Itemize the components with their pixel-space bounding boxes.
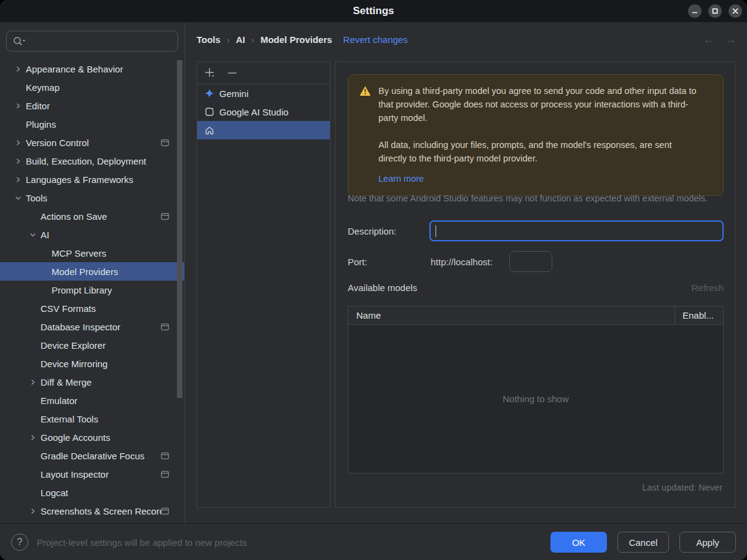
sidebar-item-label: Diff & Merge [41, 377, 92, 387]
provider-item-label: Gemini [219, 88, 249, 99]
chevron-right-icon[interactable] [10, 158, 26, 164]
sidebar-item-tools[interactable]: Tools [0, 189, 185, 207]
sidebar-item-appearance-behavior[interactable]: Appearance & Behavior [0, 60, 185, 78]
sidebar-item-label: Editor [26, 101, 50, 111]
sidebar-item-keymap[interactable]: Keymap [0, 78, 185, 96]
sidebar-item-label: Screenshots & Screen Recordi [41, 506, 161, 516]
sidebar-item-prompt-library[interactable]: Prompt Library [0, 281, 185, 299]
description-row: Description: [348, 220, 724, 241]
chevron-right-icon[interactable] [10, 66, 26, 72]
sidebar-item-label: External Tools [41, 414, 98, 424]
sidebar-item-database-inspector[interactable]: Database Inspector [0, 317, 185, 336]
chevron-right-icon[interactable] [25, 435, 41, 440]
sidebar-item-languages-frameworks[interactable]: Languages & Frameworks [0, 170, 185, 189]
settings-window: Settings Appearance & BehaviorKeymapEdit… [0, 0, 747, 560]
external-models-note: Note that some Android Studio features m… [348, 193, 708, 203]
sidebar-item-gradle-declarative-focus[interactable]: Gradle Declarative Focus [0, 446, 185, 465]
sidebar-item-label: Device Explorer [41, 340, 106, 351]
close-button[interactable] [729, 4, 742, 18]
column-header-enabled[interactable]: Enabl... [675, 306, 723, 325]
sidebar-item-logcat[interactable]: Logcat [0, 483, 185, 502]
back-arrow-icon[interactable]: ← [703, 33, 714, 46]
breadcrumb-separator: › [227, 34, 230, 45]
port-row: Port: http://localhost: [348, 251, 724, 272]
available-models-row: Available models Refresh [348, 278, 724, 297]
apply-button[interactable]: Apply [679, 532, 736, 553]
sidebar-item-ai[interactable]: AI [0, 225, 185, 244]
minimize-button[interactable] [688, 4, 702, 18]
add-provider-button[interactable] [203, 66, 217, 80]
help-button[interactable]: ? [11, 534, 28, 551]
history-nav: ← → [703, 22, 736, 56]
provider-item-gemini[interactable]: Gemini [197, 84, 330, 103]
sidebar-item-model-providers[interactable]: Model Providers [0, 262, 185, 281]
dialog-buttons: OK Cancel Apply [550, 532, 736, 553]
sidebar-item-label: Actions on Save [41, 211, 107, 222]
per-project-icon [161, 453, 169, 459]
port-label: Port: [348, 257, 431, 267]
search-input[interactable] [26, 36, 178, 47]
sidebar-item-label: MCP Servers [52, 248, 106, 259]
provider-list: GeminiGoogle AI Studio [197, 84, 330, 139]
sidebar-item-screenshots-screen-recordi[interactable]: Screenshots & Screen Recordi [0, 502, 185, 520]
maximize-button[interactable] [708, 4, 722, 18]
chevron-down-icon[interactable] [25, 232, 41, 238]
chevron-right-icon[interactable] [10, 103, 26, 109]
chevron-down-icon[interactable] [10, 195, 26, 201]
sidebar-item-plugins[interactable]: Plugins [0, 115, 185, 133]
sidebar-item-label: Emulator [41, 395, 77, 406]
search-field[interactable] [6, 31, 178, 52]
chevron-right-icon[interactable] [25, 508, 41, 514]
breadcrumb-model-providers[interactable]: Model Providers [260, 34, 332, 45]
chevron-right-icon[interactable] [25, 379, 41, 385]
sidebar-item-actions-on-save[interactable]: Actions on Save [0, 207, 185, 225]
provider-item-label: Google AI Studio [219, 107, 289, 117]
question-mark-icon: ? [17, 537, 23, 548]
cancel-button[interactable]: Cancel [617, 532, 669, 553]
revert-changes-link[interactable]: Revert changes [343, 34, 408, 45]
sidebar-item-layout-inspector[interactable]: Layout Inspector [0, 465, 185, 483]
sidebar-item-label: Keymap [26, 82, 60, 93]
port-prefix: http://localhost: [431, 257, 509, 267]
models-table-body: Nothing to show [348, 325, 723, 473]
settings-sidebar: Appearance & BehaviorKeymapEditorPlugins… [0, 22, 185, 523]
sidebar-item-build-execution-deployment[interactable]: Build, Execution, Deployment [0, 152, 185, 170]
description-field[interactable] [429, 220, 724, 241]
sidebar-scrollbar[interactable] [177, 60, 182, 398]
breadcrumb-tools[interactable]: Tools [197, 34, 221, 45]
sidebar-item-label: Appearance & Behavior [26, 64, 123, 74]
remove-icon [227, 68, 237, 78]
sidebar-item-label: CSV Formats [41, 303, 96, 314]
sidebar-item-csv-formats[interactable]: CSV Formats [0, 299, 185, 317]
sidebar-item-label: Languages & Frameworks [26, 174, 133, 185]
sidebar-item-device-mirroring[interactable]: Device Mirroring [0, 354, 185, 373]
refresh-link[interactable]: Refresh [691, 282, 724, 293]
home-icon [205, 126, 214, 135]
breadcrumb-ai[interactable]: AI [236, 34, 245, 45]
remove-provider-button[interactable] [225, 66, 239, 80]
chevron-right-icon[interactable] [10, 177, 26, 182]
provider-item-google-ai-studio[interactable]: Google AI Studio [197, 103, 330, 121]
port-input[interactable] [509, 251, 552, 272]
dialog-footer: ? Project-level settings will be applied… [0, 523, 747, 560]
sidebar-item-editor[interactable]: Editor [0, 96, 185, 115]
sidebar-item-version-control[interactable]: Version Control [0, 133, 185, 152]
sidebar-item-label: Tools [26, 193, 47, 203]
provider-item-home[interactable] [197, 121, 330, 139]
sidebar-item-diff-merge[interactable]: Diff & Merge [0, 373, 185, 391]
chevron-right-icon[interactable] [10, 140, 26, 146]
ok-button[interactable]: OK [550, 532, 607, 553]
forward-arrow-icon[interactable]: → [725, 33, 736, 46]
empty-table-text: Nothing to show [503, 394, 569, 404]
sidebar-item-label: Prompt Library [52, 285, 112, 295]
sidebar-item-emulator[interactable]: Emulator [0, 391, 185, 410]
sidebar-item-external-tools[interactable]: External Tools [0, 410, 185, 428]
description-input[interactable] [436, 225, 722, 237]
warning-paragraph-2: All data, including your files, prompts,… [378, 138, 698, 165]
learn-more-link[interactable]: Learn more [378, 172, 424, 185]
column-header-name[interactable]: Name [348, 310, 675, 321]
sidebar-item-device-explorer[interactable]: Device Explorer [0, 336, 185, 354]
sidebar-item-google-accounts[interactable]: Google Accounts [0, 428, 185, 446]
sidebar-item-mcp-servers[interactable]: MCP Servers [0, 244, 185, 262]
sidebar-item-label: Database Inspector [41, 322, 120, 332]
